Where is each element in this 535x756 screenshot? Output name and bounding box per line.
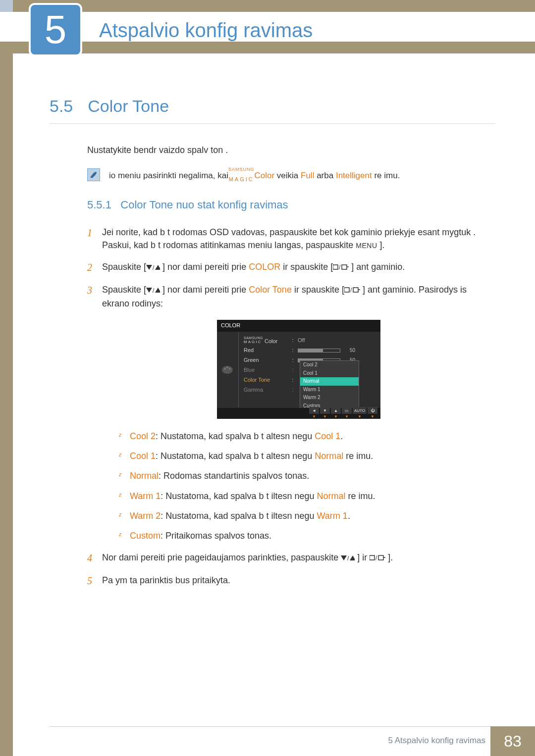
osd-dropdown: Cool 2 Cool 1 Normal Warm 1 Warm 2 Custo… xyxy=(300,360,359,410)
enter-icon: / xyxy=(333,261,349,274)
svg-point-16 xyxy=(229,368,230,370)
svg-text:/: / xyxy=(350,287,352,294)
chapter-badge: 5 xyxy=(29,3,82,56)
note-color: Color xyxy=(254,171,274,180)
step-5: Pa ym ta parinktis bus pritaikyta. xyxy=(87,574,495,587)
page-footer: 5 Atspalvio konfig ravimas 83 xyxy=(0,726,535,756)
k: Normal xyxy=(130,471,159,481)
r: Normal xyxy=(315,451,343,461)
svg-text:/: / xyxy=(153,288,155,294)
e: re imu. xyxy=(343,451,373,461)
e: re imu. xyxy=(346,491,375,501)
osd-footer: ◄▼ ▼▼ ▲▼ ▭▼ AUTO▼ ⏻▼ xyxy=(217,408,380,419)
r: Warm 1 xyxy=(317,511,348,521)
osd-opt-normal: Normal xyxy=(300,377,359,386)
bullet-list: Cool 2: Nustatoma, kad spalva b t altesn… xyxy=(119,430,495,542)
svg-marker-7 xyxy=(146,288,152,293)
r: Cool 1 xyxy=(315,431,340,441)
enter-icon: / xyxy=(370,552,385,565)
svg-marker-1 xyxy=(146,265,152,270)
footer-line xyxy=(50,726,535,727)
step-4: Nor dami pereiti prie pageidaujamos pari… xyxy=(87,551,495,565)
step-3: Spauskite [/ ] nor dami pereiti prie Col… xyxy=(87,283,495,542)
t: : Pritaikomas spalvos tonas. xyxy=(160,531,271,541)
k: Cool 1 xyxy=(130,451,156,461)
samsung-sup: SAMSUNG xyxy=(228,167,255,172)
step4-a: Nor dami pereiti prie pageidaujamos pari… xyxy=(102,553,338,562)
menu-key: MENU xyxy=(356,242,377,250)
step-2: Spauskite [/ ] nor dami pereiti prie COL… xyxy=(87,260,495,274)
note-suffix: re imu. xyxy=(372,171,400,180)
note-prefix: io meniu pasirinkti negalima, kai xyxy=(109,171,228,180)
svg-point-15 xyxy=(226,367,228,368)
step3-b: ] nor dami pereiti prie xyxy=(162,285,246,295)
step5: Pa ym ta parinktis bus pritaikyta. xyxy=(102,575,230,585)
subsection-title: Color Tone nuo stat konfig ravimas xyxy=(120,199,288,211)
enter-icon: / xyxy=(344,284,360,297)
bullet-custom: Custom: Pritaikomas spalvos tonas. xyxy=(119,529,495,542)
t: : Nustatoma, kad spalva b t altesn negu xyxy=(156,431,315,441)
note-full: Full xyxy=(301,171,314,180)
step2-a: Spauskite [ xyxy=(102,262,146,272)
svg-rect-20 xyxy=(370,555,374,560)
osd-gamma: Gamma xyxy=(244,386,291,394)
note-intelligent: Intelligent xyxy=(336,171,372,180)
page-number: 83 xyxy=(490,726,535,756)
osd-magic-lbl: Color xyxy=(263,338,277,344)
osd-palette-icon xyxy=(217,332,239,407)
bullet-warm2: Warm 2: Nustatoma, kad spalva b t iltesn… xyxy=(119,509,495,522)
e: . xyxy=(348,511,350,521)
k: Custom xyxy=(130,531,160,541)
left-rail-gap xyxy=(0,12,13,42)
step4-b: ] ir xyxy=(357,553,367,562)
note-text: io meniu pasirinkti negalima, kaiSAMSUNG… xyxy=(109,168,400,182)
osd-green: Green xyxy=(244,356,291,364)
r: Normal xyxy=(317,491,346,501)
osd-arrow: ▼ xyxy=(331,414,341,420)
step2-b: ] nor dami pereiti prie xyxy=(162,262,246,272)
osd-arrow: ▼ xyxy=(309,414,319,420)
svg-text:/: / xyxy=(375,554,377,561)
step-1: Jei norite, kad b t rodomas OSD vadovas,… xyxy=(87,226,495,252)
osd-arrow: ▼ xyxy=(353,414,367,420)
e: . xyxy=(340,431,343,441)
bullet-warm1: Warm 1: Nustatoma, kad spalva b t iltesn… xyxy=(119,490,495,503)
svg-marker-9 xyxy=(155,288,160,293)
subsection-heading: 5.5.1 Color Tone nuo stat konfig ravimas xyxy=(87,197,495,213)
section-heading: 5.5 Color Tone xyxy=(50,94,495,124)
svg-marker-3 xyxy=(155,265,160,270)
subsection-number: 5.5.1 xyxy=(87,199,111,211)
osd-arrow: ▼ xyxy=(320,414,330,420)
osd-title: COLOR xyxy=(217,320,380,332)
osd-blue: Blue xyxy=(244,366,291,374)
svg-rect-6 xyxy=(342,265,347,269)
t: : Rodomas standartinis spalvos tonas. xyxy=(159,471,309,481)
svg-point-14 xyxy=(224,368,225,370)
footer-text: 5 Atspalvio konfig ravimas xyxy=(388,735,485,747)
k: Warm 2 xyxy=(130,511,160,521)
step1-text-a: Jei norite, kad b t rodomas OSD vadovas,… xyxy=(102,227,476,250)
osd-red-slider xyxy=(298,349,340,353)
k: Warm 1 xyxy=(130,491,160,501)
down-up-icon: / xyxy=(341,552,355,565)
svg-marker-17 xyxy=(341,555,347,560)
osd-opt-cool2: Cool 2 xyxy=(300,361,359,369)
step3-c: ir spauskite [ xyxy=(292,285,344,295)
osd-btn-down: ▼ xyxy=(320,407,330,414)
osd-arrow: ▼ xyxy=(342,414,352,420)
chapter-title: Atspalvio konfig ravimas xyxy=(99,16,313,45)
svg-rect-12 xyxy=(353,288,358,292)
note-icon xyxy=(87,168,100,181)
osd-opt-warm1: Warm 1 xyxy=(300,386,359,394)
svg-rect-10 xyxy=(344,288,349,292)
left-rail xyxy=(0,0,13,756)
step2-c: ir spauskite [ xyxy=(280,262,333,272)
note-mid: veikia xyxy=(274,171,298,180)
step4-c: ]. xyxy=(388,553,393,562)
osd-arrow: ▼ xyxy=(368,414,377,420)
bullet-normal: Normal: Rodomas standartinis spalvos ton… xyxy=(119,469,495,482)
svg-marker-19 xyxy=(350,555,355,560)
osd-screenshot: COLOR SAMSUNGMAGIC Color:Off Red:50 Gree… xyxy=(217,320,380,419)
content: 5.5 Color Tone Nustatykite bendr vaizdo … xyxy=(50,94,495,596)
svg-text:/: / xyxy=(339,264,341,271)
